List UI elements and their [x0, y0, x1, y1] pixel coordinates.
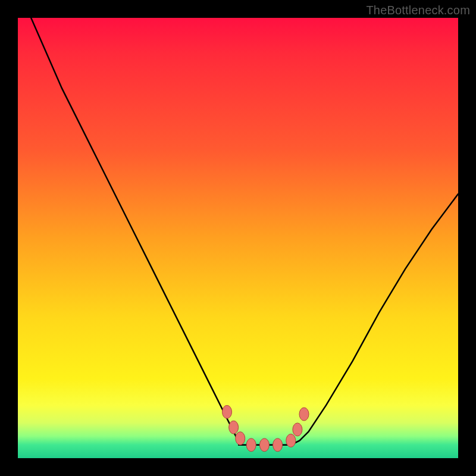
curve-marker	[286, 434, 296, 447]
curve-layer	[18, 18, 458, 458]
curve-marker	[299, 408, 309, 421]
plot-area	[18, 18, 458, 458]
curve-marker	[223, 405, 232, 418]
bottleneck-curve	[31, 18, 458, 445]
curve-marker	[293, 423, 302, 436]
curve-marker	[273, 439, 283, 452]
curve-marker	[229, 421, 239, 434]
chart-frame: TheBottleneck.com	[0, 0, 476, 476]
curve-marker	[246, 439, 256, 452]
curve-marker	[259, 439, 269, 452]
curve-marker	[236, 432, 245, 445]
curve-markers	[223, 405, 309, 452]
watermark-text: TheBottleneck.com	[366, 4, 470, 17]
